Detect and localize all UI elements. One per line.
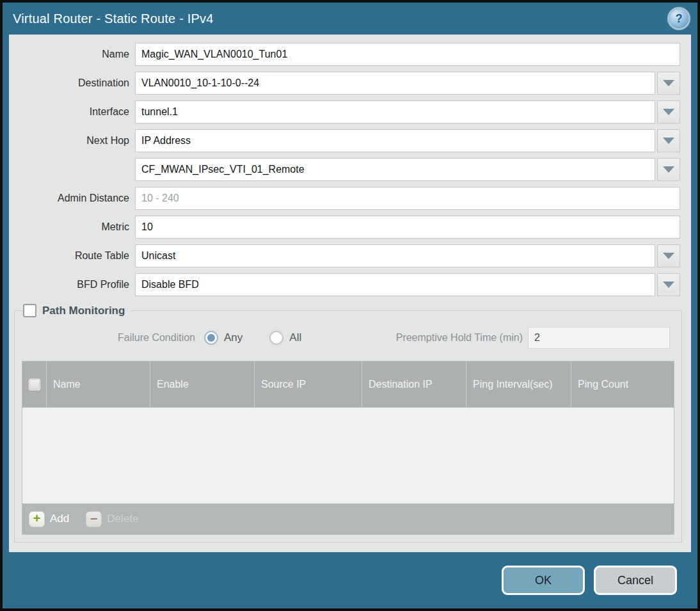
chevron-down-icon [663, 80, 674, 86]
failure-condition-all-radio[interactable] [269, 331, 283, 345]
next-hop-row: Next Hop [9, 129, 691, 152]
plus-icon: + [29, 511, 45, 527]
path-monitoring-table: Name Enable Source IP Destination IP Pin… [22, 361, 674, 535]
metric-label: Metric [9, 221, 135, 233]
select-all-checkbox[interactable] [29, 379, 40, 390]
column-header-name[interactable]: Name [47, 361, 150, 408]
column-header-source-ip[interactable]: Source IP [255, 361, 362, 408]
help-icon[interactable]: ? [669, 9, 688, 28]
next-hop-address-row [9, 158, 691, 181]
minus-icon: – [86, 511, 102, 527]
next-hop-address-input[interactable] [135, 158, 655, 181]
add-button-label: Add [50, 512, 69, 525]
route-table-input[interactable] [135, 244, 655, 267]
titlebar: Virtual Router - Static Route - IPv4 ? [3, 3, 697, 35]
next-hop-type-input[interactable] [135, 129, 655, 152]
failure-condition-any-label: Any [224, 331, 243, 344]
next-hop-address-dropdown-button[interactable] [657, 158, 680, 181]
name-row: Name [9, 43, 691, 66]
route-table-row: Route Table [9, 244, 691, 267]
column-header-ping-interval[interactable]: Ping Interval(sec) [466, 361, 571, 408]
column-header-destination-ip[interactable]: Destination IP [362, 361, 466, 408]
delete-button-label: Delete [107, 512, 138, 525]
path-monitoring-title: Path Monitoring [42, 305, 125, 317]
admin-distance-input[interactable] [135, 187, 680, 210]
column-header-ping-count[interactable]: Ping Count [571, 361, 674, 408]
interface-input[interactable] [135, 100, 655, 123]
admin-distance-row: Admin Distance [9, 187, 691, 210]
cancel-button[interactable]: Cancel [594, 566, 677, 595]
next-hop-type-dropdown-button[interactable] [657, 129, 680, 152]
name-label: Name [9, 49, 135, 60]
metric-input[interactable] [135, 216, 680, 239]
preemptive-hold-time-label: Preemptive Hold Time (min) [396, 332, 528, 344]
chevron-down-icon [663, 109, 674, 115]
static-route-dialog: Virtual Router - Static Route - IPv4 ? N… [0, 0, 700, 611]
interface-row: Interface [9, 100, 691, 123]
path-monitoring-section: Path Monitoring Failure Condition Any Al… [14, 304, 682, 543]
chevron-down-icon [663, 166, 674, 173]
next-hop-label: Next Hop [9, 135, 135, 147]
destination-row: Destination [9, 72, 691, 95]
table-footer: + Add – Delete [22, 504, 674, 534]
failure-condition-label: Failure Condition [22, 332, 195, 344]
delete-button[interactable]: – Delete [86, 511, 138, 527]
ok-button[interactable]: OK [502, 566, 585, 595]
table-header: Name Enable Source IP Destination IP Pin… [22, 361, 674, 408]
add-button[interactable]: + Add [29, 511, 69, 527]
failure-condition-any-radio[interactable] [204, 331, 218, 345]
preemptive-hold-time-input[interactable] [528, 327, 670, 349]
chevron-down-icon [663, 282, 674, 288]
destination-input[interactable] [135, 72, 655, 95]
failure-condition-all-label: All [289, 331, 301, 344]
chevron-down-icon [663, 253, 674, 259]
route-table-dropdown-button[interactable] [657, 244, 680, 267]
bfd-profile-dropdown-button[interactable] [657, 273, 680, 296]
admin-distance-label: Admin Distance [9, 193, 135, 204]
interface-dropdown-button[interactable] [657, 100, 680, 123]
interface-label: Interface [9, 106, 135, 118]
select-all-cell [22, 361, 47, 408]
bfd-profile-input[interactable] [135, 273, 655, 296]
failure-condition-row: Failure Condition Any All Preemptive Hol… [22, 326, 674, 349]
metric-row: Metric [9, 216, 691, 239]
bfd-profile-row: BFD Profile [9, 273, 691, 296]
table-body-empty [22, 408, 674, 504]
path-monitoring-checkbox[interactable] [23, 304, 36, 317]
path-monitoring-legend: Path Monitoring [23, 304, 131, 317]
destination-dropdown-button[interactable] [657, 72, 680, 95]
destination-label: Destination [9, 77, 135, 89]
dialog-footer: OK Cancel [3, 552, 697, 608]
name-input[interactable] [135, 43, 680, 66]
column-header-enable[interactable]: Enable [150, 361, 255, 408]
route-table-label: Route Table [9, 250, 135, 262]
chevron-down-icon [663, 138, 674, 144]
bfd-profile-label: BFD Profile [9, 279, 135, 290]
dialog-content: Name Destination Interface [9, 35, 691, 552]
dialog-title: Virtual Router - Static Route - IPv4 [13, 12, 214, 26]
